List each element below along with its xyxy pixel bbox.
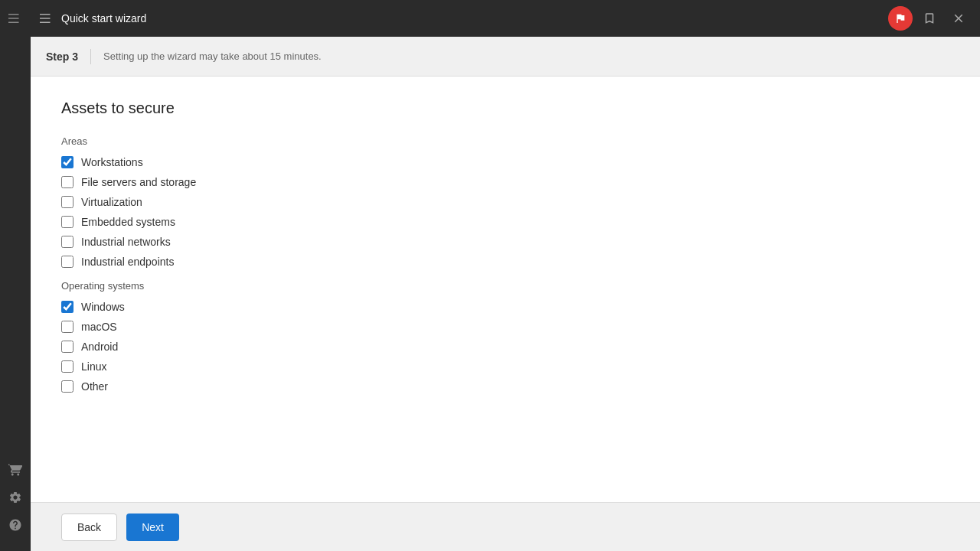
checkbox-item-industrial-endpoints[interactable]: Industrial endpoints xyxy=(61,256,949,268)
svg-rect-0 xyxy=(8,14,19,15)
checkbox-other[interactable] xyxy=(61,380,74,393)
checkbox-label-android: Android xyxy=(81,341,118,353)
checkbox-item-android[interactable]: Android xyxy=(61,341,949,353)
titlebar-title: Quick start wizard xyxy=(61,12,880,24)
areas-label: Areas xyxy=(61,135,949,147)
titlebar-actions xyxy=(888,6,971,31)
back-button[interactable]: Back xyxy=(61,514,117,541)
checkbox-item-macos[interactable]: macOS xyxy=(61,321,949,333)
areas-checkbox-group: WorkstationsFile servers and storageVirt… xyxy=(61,156,949,268)
checkbox-label-file-servers: File servers and storage xyxy=(81,176,196,188)
svg-rect-2 xyxy=(8,22,19,24)
checkbox-industrial-networks[interactable] xyxy=(61,236,74,248)
checkbox-label-virtualization: Virtualization xyxy=(81,196,142,208)
stepbar: Step 3 Setting up the wizard may take ab… xyxy=(31,37,980,77)
flag-button[interactable] xyxy=(888,6,913,31)
checkbox-workstations[interactable] xyxy=(61,156,74,168)
footer: Back Next xyxy=(31,502,980,551)
checkbox-android[interactable] xyxy=(61,341,74,353)
settings-icon[interactable] xyxy=(5,487,26,508)
checkbox-file-servers[interactable] xyxy=(61,176,74,188)
content-area: Assets to secure Areas WorkstationsFile … xyxy=(31,77,980,502)
step-description: Setting up the wizard may take about 15 … xyxy=(103,51,322,62)
checkbox-item-industrial-networks[interactable]: Industrial networks xyxy=(61,236,949,248)
help-icon[interactable] xyxy=(5,514,26,536)
svg-rect-3 xyxy=(40,14,51,15)
checkbox-label-other: Other xyxy=(81,380,108,393)
checkbox-item-windows[interactable]: Windows xyxy=(61,301,949,313)
os-label: Operating systems xyxy=(61,280,949,292)
checkbox-label-windows: Windows xyxy=(81,301,125,313)
checkbox-windows[interactable] xyxy=(61,301,74,313)
checkbox-linux[interactable] xyxy=(61,360,74,373)
checkbox-industrial-endpoints[interactable] xyxy=(61,256,74,268)
checkbox-item-virtualization[interactable]: Virtualization xyxy=(61,196,949,208)
checkbox-label-industrial-endpoints: Industrial endpoints xyxy=(81,256,174,268)
checkbox-label-macos: macOS xyxy=(81,321,117,333)
checkbox-item-file-servers[interactable]: File servers and storage xyxy=(61,176,949,188)
checkbox-virtualization[interactable] xyxy=(61,196,74,208)
checkbox-item-embedded[interactable]: Embedded systems xyxy=(61,216,949,228)
page-title: Assets to secure xyxy=(61,99,949,117)
checkbox-label-linux: Linux xyxy=(81,360,106,373)
checkbox-embedded[interactable] xyxy=(61,216,74,228)
next-button[interactable]: Next xyxy=(126,514,179,541)
os-checkbox-group: WindowsmacOSAndroidLinuxOther xyxy=(61,301,949,393)
checkbox-label-workstations: Workstations xyxy=(81,156,143,168)
bookmark-button[interactable] xyxy=(917,6,942,31)
checkbox-label-industrial-networks: Industrial networks xyxy=(81,236,171,248)
hamburger-icon[interactable] xyxy=(40,11,54,25)
svg-rect-5 xyxy=(40,22,51,24)
main-content: Quick start wizard Step 3 Setting up the… xyxy=(31,0,980,551)
sidebar xyxy=(0,0,31,551)
checkbox-item-workstations[interactable]: Workstations xyxy=(61,156,949,168)
checkbox-item-other[interactable]: Other xyxy=(61,380,949,393)
cart-icon[interactable] xyxy=(5,459,26,481)
checkbox-label-embedded: Embedded systems xyxy=(81,216,175,228)
titlebar: Quick start wizard xyxy=(31,0,980,37)
svg-rect-4 xyxy=(40,18,51,19)
step-label: Step 3 xyxy=(46,51,78,63)
checkbox-item-linux[interactable]: Linux xyxy=(61,360,949,373)
hamburger-menu[interactable] xyxy=(5,8,26,29)
checkbox-macos[interactable] xyxy=(61,321,74,333)
close-button[interactable] xyxy=(946,6,971,31)
step-divider xyxy=(90,49,91,64)
svg-rect-1 xyxy=(8,18,19,19)
